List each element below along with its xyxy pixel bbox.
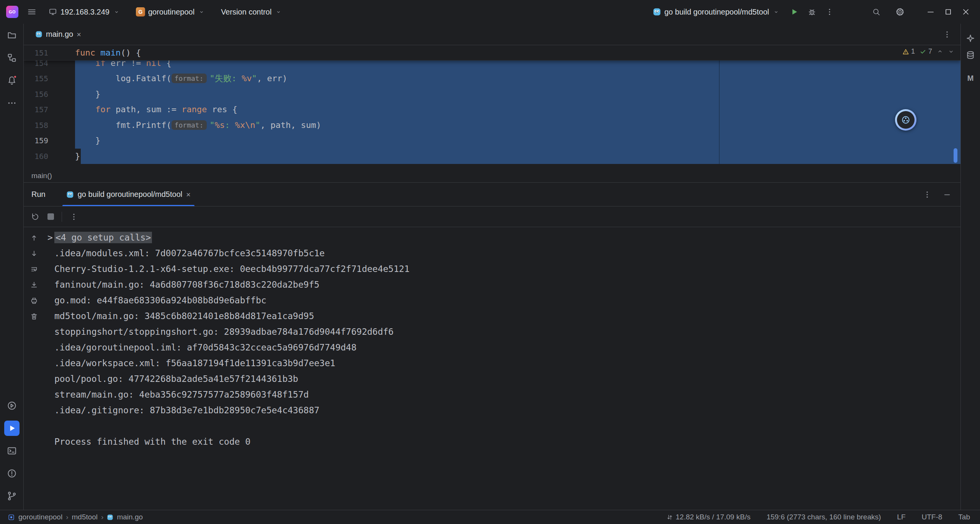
version-control-label: Version control: [221, 8, 271, 16]
run-configuration-label: go build goroutinepool/md5tool: [664, 8, 769, 16]
console-more-icon[interactable]: [70, 213, 78, 221]
code-line-159[interactable]: 159 }: [24, 133, 960, 149]
code-line-157[interactable]: 157 for path, sum := range res {: [24, 102, 960, 118]
notifications-button[interactable]: [4, 73, 20, 88]
encoding-label: UTF-8: [922, 513, 942, 521]
scroll-down-button[interactable]: [26, 246, 42, 261]
close-tab-icon[interactable]: ×: [77, 31, 81, 38]
minimize-window-button[interactable]: [922, 4, 939, 20]
status-breadcrumb-dir[interactable]: md5tool: [72, 513, 98, 521]
kebab-menu-icon: [825, 8, 834, 16]
editor-tab-main-go[interactable]: main.go ×: [31, 24, 86, 45]
code-line-160[interactable]: 160}: [24, 149, 960, 164]
structure-tool-button[interactable]: [4, 50, 20, 66]
sticky-line[interactable]: 151 func main() {: [24, 45, 960, 61]
prev-problem-icon[interactable]: [937, 48, 943, 55]
console-area: > <4 go setup calls>.idea/modules.xml: 7…: [24, 227, 960, 510]
hide-panel-icon[interactable]: [943, 190, 951, 199]
status-breadcrumb-project[interactable]: goroutinepool: [18, 513, 62, 521]
code-lines: 154 if err != nil {155 log.Fatalf(format…: [24, 56, 960, 164]
right-tool-stripe: M: [960, 24, 980, 510]
project-tool-button[interactable]: [4, 28, 20, 43]
assistant-icon: [897, 111, 915, 129]
print-button[interactable]: [26, 293, 42, 308]
editor-scrollbar-thumb[interactable]: [954, 148, 957, 163]
terminal-tool-button[interactable]: [4, 443, 20, 458]
status-breadcrumb-file[interactable]: main.go: [117, 513, 143, 521]
passed-indicator[interactable]: 7: [920, 47, 932, 56]
console-line: .idea/.gitignore: 87b38d3e7e1bdb28950c7e…: [54, 403, 960, 418]
run-configuration-button[interactable]: go build goroutinepool/md5tool: [649, 4, 783, 20]
scroll-up-button[interactable]: [26, 230, 42, 246]
floating-assistant-badge[interactable]: [895, 109, 916, 131]
settings-button[interactable]: [891, 4, 909, 20]
rerun-icon[interactable]: [31, 212, 40, 221]
line-number[interactable]: 157: [24, 102, 75, 118]
code-line-155[interactable]: 155 log.Fatalf(format:"失败: %v", err): [24, 71, 960, 87]
encoding-widget[interactable]: UTF-8: [922, 513, 942, 521]
line-number[interactable]: 159: [24, 133, 75, 149]
breadcrumb[interactable]: main(): [31, 172, 52, 180]
play-icon: [790, 7, 799, 16]
ide-window: GO 192.168.3.249 G goroutinepool Version…: [0, 0, 980, 524]
title-bar: GO 192.168.3.249 G goroutinepool Version…: [0, 0, 980, 24]
console-line: faninout/main.go: 4a6d807708f36c718d83c2…: [54, 277, 960, 293]
line-number[interactable]: 158: [24, 118, 75, 133]
soft-wrap-button[interactable]: [26, 261, 42, 277]
tab-options-icon[interactable]: [943, 30, 951, 39]
ellipsis-icon: [7, 98, 17, 108]
passed-count: 7: [928, 47, 932, 56]
console-line: Process finished with the exit code 0: [54, 434, 960, 450]
database-tool-button[interactable]: [964, 48, 977, 62]
clear-console-button[interactable]: [26, 308, 42, 324]
maximize-window-button[interactable]: [939, 4, 957, 20]
services-icon: [7, 400, 17, 411]
run-tab[interactable]: go build goroutinepool/md5tool ×: [62, 183, 194, 206]
go-gopher-icon: [653, 8, 661, 16]
more-actions-button[interactable]: [821, 4, 838, 20]
chevron-down-icon: [773, 9, 779, 15]
warnings-indicator[interactable]: 1: [902, 47, 915, 56]
code-line-156[interactable]: 156 }: [24, 87, 960, 102]
project-widget-button[interactable]: G goroutinepool: [132, 4, 209, 20]
line-number[interactable]: 156: [24, 87, 75, 102]
transfer-speed-widget[interactable]: 12.82 kB/s / 17.09 kB/s: [666, 513, 750, 521]
close-run-tab-icon[interactable]: ×: [186, 191, 191, 198]
scroll-to-end-button[interactable]: [26, 277, 42, 293]
left-tool-stripe: [0, 24, 24, 510]
console-line: .idea/modules.xml: 7d0072a46767bcfce3c51…: [54, 246, 960, 261]
line-ending-label: LF: [897, 513, 905, 521]
line-number[interactable]: 155: [24, 71, 75, 87]
code-editor[interactable]: 154 if err != nil {155 log.Fatalf(format…: [24, 45, 960, 169]
database-icon: [965, 50, 975, 60]
services-tool-button[interactable]: [4, 398, 20, 413]
console-gutter: [24, 227, 44, 510]
more-tool-windows-button[interactable]: [4, 95, 20, 111]
line-ending-widget[interactable]: LF: [897, 513, 905, 521]
stop-icon[interactable]: [47, 213, 54, 220]
debug-button[interactable]: [803, 4, 821, 20]
code-line-158[interactable]: 158 fmt.Printf(format:"%s: %x\n", path, …: [24, 118, 960, 133]
version-control-button[interactable]: Version control: [217, 4, 286, 20]
ai-assistant-button[interactable]: [964, 31, 977, 45]
run-button[interactable]: [786, 4, 803, 20]
indent-widget[interactable]: Tab: [958, 513, 970, 521]
remote-host-button[interactable]: 192.168.3.249: [44, 4, 124, 20]
console-output[interactable]: > <4 go setup calls>.idea/modules.xml: 7…: [44, 227, 960, 510]
main-menu-button[interactable]: [23, 4, 41, 20]
git-tool-button[interactable]: [4, 488, 20, 504]
code-text: }: [75, 133, 960, 149]
right-margin-guide: [719, 45, 720, 164]
run-tool-button[interactable]: [4, 421, 20, 436]
monitor-icon: [48, 7, 57, 16]
m-tool-button[interactable]: M: [964, 71, 977, 85]
search-everywhere-button[interactable]: [867, 4, 885, 20]
line-number[interactable]: 160: [24, 149, 75, 164]
problems-tool-button[interactable]: [4, 466, 20, 481]
inspections-widget[interactable]: 1 7: [902, 47, 954, 56]
caret-position-widget[interactable]: 159:6 (2773 chars, 160 line breaks): [766, 513, 881, 521]
run-panel-options-icon[interactable]: [923, 190, 931, 199]
console-line: <4 go setup calls>: [54, 230, 960, 246]
close-window-button[interactable]: [957, 4, 975, 20]
next-problem-icon[interactable]: [948, 48, 954, 55]
